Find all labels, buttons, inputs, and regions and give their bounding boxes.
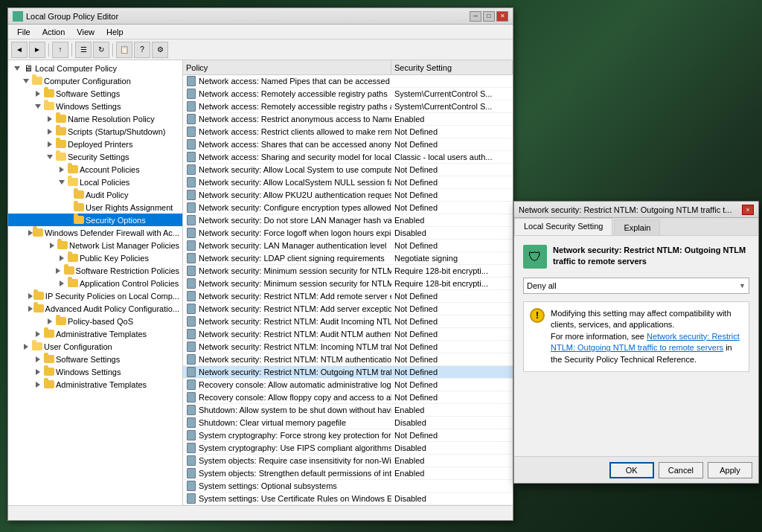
tree-item-policy-qos[interactable]: Policy-based QoS xyxy=(8,315,182,327)
tree-item-windows-firewall[interactable]: Windows Defender Firewall with Ac... xyxy=(8,226,182,239)
maximize-button[interactable]: □ xyxy=(483,11,495,22)
tree-item-windows-settings[interactable]: Windows Settings xyxy=(8,100,182,112)
tree-item-user-rights[interactable]: User Rights Assignment xyxy=(8,201,182,214)
dialog-close-button[interactable]: × xyxy=(742,205,754,215)
list-row[interactable]: Network security: Minimum session securi… xyxy=(183,265,513,278)
tree-toggle-app-control[interactable] xyxy=(56,278,68,289)
export-button[interactable]: 📋 xyxy=(116,42,132,58)
list-row[interactable]: Network security: LAN Manager authentica… xyxy=(183,240,513,252)
tree-toggle-local-computer-policy[interactable] xyxy=(11,63,23,74)
list-row[interactable]: Network security: Restrict NTLM: NTLM au… xyxy=(183,353,513,366)
tree-toggle-adv-audit[interactable] xyxy=(28,303,33,315)
tree-item-advanced-audit[interactable]: Advanced Audit Policy Configuratio... xyxy=(8,302,182,315)
list-row[interactable]: Network access: Remotely accessible regi… xyxy=(183,88,513,100)
list-row[interactable]: Network security: Restrict NTLM: Add rem… xyxy=(183,290,513,303)
list-row[interactable]: Network security: LDAP client signing re… xyxy=(183,252,513,265)
col-header-policy[interactable]: Policy xyxy=(183,60,391,74)
dialog-tab-explain[interactable]: Explain xyxy=(614,219,660,235)
close-button[interactable]: ✕ xyxy=(496,11,508,22)
list-row[interactable]: Network security: Configure encryption t… xyxy=(183,202,513,214)
list-row[interactable]: System objects: Strengthen default permi… xyxy=(183,467,513,480)
list-row[interactable]: Network security: Allow PKU2U authentica… xyxy=(183,189,513,202)
tree-toggle-firewall[interactable] xyxy=(28,227,33,239)
tree-item-local-computer-policy[interactable]: 🖥 Local Computer Policy xyxy=(8,62,182,74)
list-row[interactable]: Network security: Minimum session securi… xyxy=(183,278,513,290)
tree-toggle-scripts[interactable] xyxy=(44,126,56,138)
tree-toggle-win-user[interactable] xyxy=(32,366,44,378)
minimize-button[interactable]: ─ xyxy=(470,11,481,22)
tree-toggle-network-list[interactable] xyxy=(48,240,57,251)
tree-item-ip-security[interactable]: IP Security Policies on Local Comp... xyxy=(8,289,182,302)
list-row[interactable]: Network security: Do not store LAN Manag… xyxy=(183,214,513,227)
tree-item-scripts[interactable]: Scripts (Startup/Shutdown) xyxy=(8,125,182,138)
forward-button[interactable]: ► xyxy=(29,42,45,58)
dialog-apply-button[interactable]: Apply xyxy=(708,462,752,478)
col-header-setting[interactable]: Security Setting xyxy=(391,60,513,74)
tree-item-public-key[interactable]: Public Key Policies xyxy=(8,251,182,264)
list-row[interactable]: Network access: Remotely accessible regi… xyxy=(183,100,513,113)
list-row[interactable]: Network access: Shares that can be acces… xyxy=(183,138,513,151)
help-toolbar-button[interactable]: ? xyxy=(134,42,150,58)
list-row[interactable]: Network access: Restrict clients allowed… xyxy=(183,126,513,138)
list-row[interactable]: Network access: Named Pipes that can be … xyxy=(183,75,513,88)
tree-toggle-admin-user[interactable] xyxy=(32,379,44,391)
tree-item-software-settings-user[interactable]: Software Settings xyxy=(8,353,182,365)
tree-toggle-windows[interactable] xyxy=(32,100,44,112)
list-row[interactable]: Shutdown: Clear virtual memory pagefileD… xyxy=(183,417,513,429)
up-button[interactable]: ↑ xyxy=(52,42,68,58)
tree-item-local-policies[interactable]: Local Policies xyxy=(8,176,182,188)
list-row[interactable]: Network security: Allow LocalSystem NULL… xyxy=(183,176,513,189)
tree-item-admin-templates-comp[interactable]: Administrative Templates xyxy=(8,327,182,340)
tree-toggle-name-res[interactable] xyxy=(44,113,56,125)
tree-toggle-software[interactable] xyxy=(32,88,44,100)
tree-item-name-resolution[interactable]: Name Resolution Policy xyxy=(8,112,182,125)
tree-item-security-settings[interactable]: Security Settings xyxy=(8,150,182,163)
list-row[interactable]: Network security: Restrict NTLM: Outgoin… xyxy=(183,366,513,379)
list-row[interactable]: Network security: Allow Local System to … xyxy=(183,164,513,176)
tree-toggle-qos[interactable] xyxy=(44,315,56,327)
tree-item-windows-settings-user[interactable]: Windows Settings xyxy=(8,365,182,378)
tree-toggle-computer-configuration[interactable] xyxy=(20,75,32,87)
tree-toggle-sw-user[interactable] xyxy=(32,353,44,365)
list-row[interactable]: Network security: Restrict NTLM: Audit I… xyxy=(183,315,513,328)
menu-action[interactable]: Action xyxy=(36,26,71,38)
tree-toggle-ip-security[interactable] xyxy=(28,290,33,302)
tree-toggle-local[interactable] xyxy=(56,176,68,188)
list-row[interactable]: System cryptography: Force strong key pr… xyxy=(183,429,513,442)
tree-item-account-policies[interactable]: Account Policies xyxy=(8,163,182,176)
list-row[interactable]: System cryptography: Use FIPS compliant … xyxy=(183,442,513,455)
back-button[interactable]: ◄ xyxy=(11,42,28,58)
list-row[interactable]: Network security: Restrict NTLM: Audit N… xyxy=(183,328,513,341)
tree-item-network-list[interactable]: Network List Manager Policies xyxy=(8,239,182,251)
menu-view[interactable]: View xyxy=(71,26,100,38)
tree-toggle-public-key[interactable] xyxy=(56,252,68,264)
list-row[interactable]: System settings: Use Certificate Rules o… xyxy=(183,493,513,505)
dialog-dropdown[interactable]: Deny all ▼ xyxy=(523,278,749,294)
menu-file[interactable]: File xyxy=(11,26,36,38)
tree-item-security-options[interactable]: Security Options xyxy=(8,214,182,226)
tree-item-app-control[interactable]: Application Control Policies xyxy=(8,277,182,289)
dialog-cancel-button[interactable]: Cancel xyxy=(659,462,703,478)
refresh-button[interactable]: ↻ xyxy=(93,42,109,58)
tree-toggle-sw-restrict[interactable] xyxy=(53,265,64,277)
tree-item-admin-templates-user[interactable]: Administrative Templates xyxy=(8,378,182,391)
list-row[interactable]: Network security: Restrict NTLM: Add ser… xyxy=(183,303,513,315)
tree-toggle-admin-comp[interactable] xyxy=(32,328,44,340)
list-row[interactable]: Shutdown: Allow system to be shut down w… xyxy=(183,404,513,417)
settings-toolbar-button[interactable]: ⚙ xyxy=(152,42,168,58)
tree-toggle-printers[interactable] xyxy=(44,138,56,150)
tree-item-user-configuration[interactable]: User Configuration xyxy=(8,340,182,353)
dialog-tab-local-security[interactable]: Local Security Setting xyxy=(514,218,612,235)
tree-toggle-security[interactable] xyxy=(44,151,56,163)
list-row[interactable]: Network access: Restrict anonymous acces… xyxy=(183,113,513,126)
tree-item-software-settings[interactable]: Software Settings xyxy=(8,87,182,100)
tree-item-software-restriction[interactable]: Software Restriction Policies xyxy=(8,264,182,277)
tree-item-deployed-printers[interactable]: Deployed Printers xyxy=(8,138,182,150)
list-row[interactable]: Recovery console: Allow automatic admini… xyxy=(183,379,513,391)
list-row[interactable]: Network security: Force logoff when logo… xyxy=(183,227,513,240)
list-row[interactable]: Network security: Restrict NTLM: Incomin… xyxy=(183,341,513,353)
list-row[interactable]: Recovery console: Allow floppy copy and … xyxy=(183,391,513,404)
tree-item-computer-configuration[interactable]: Computer Configuration xyxy=(8,74,182,87)
list-row[interactable]: Network access: Sharing and security mod… xyxy=(183,151,513,164)
tree-item-audit-policy[interactable]: Audit Policy xyxy=(8,188,182,201)
